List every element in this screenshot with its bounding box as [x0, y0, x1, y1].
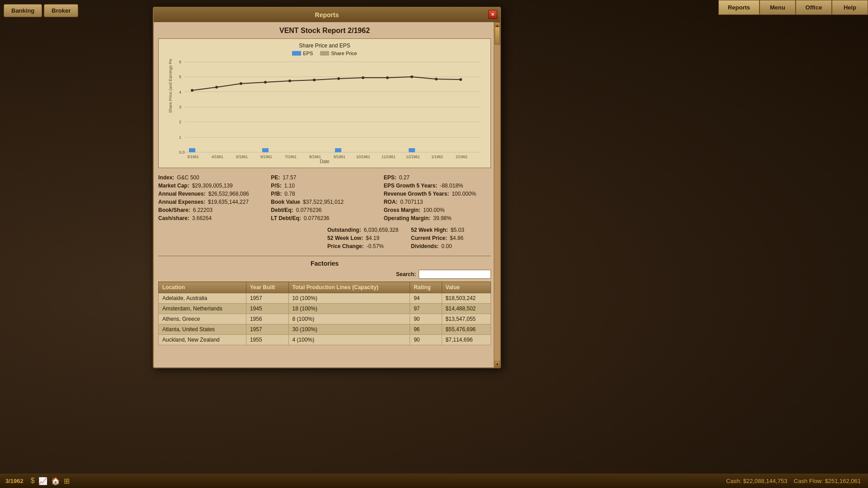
table-row[interactable]: Atlanta, United States 1957 30 (100%) 96… [159, 324, 491, 335]
book-share-value: 6.22203 [193, 207, 212, 213]
stat-lt-debt-eq: LT Debt/Eq: 0.0776236 [271, 214, 378, 222]
svg-text:1/1962: 1/1962 [431, 155, 443, 158]
table-row[interactable]: Adelaide, Australia 1957 10 (100%) 94 $1… [159, 293, 491, 304]
dividends-label: Dividends: [411, 243, 439, 249]
grid-icon[interactable]: ⊞ [64, 477, 70, 485]
table-row[interactable]: Athens, Greece 1956 8 (100%) 90 $13,547,… [159, 314, 491, 324]
book-share-label: Book/Share: [158, 207, 190, 213]
svg-text:3/1961: 3/1961 [187, 155, 199, 158]
svg-text:6/1961: 6/1961 [260, 155, 272, 158]
stat-op-margin: Operating Margin: 39.98% [384, 214, 491, 222]
chart-icon[interactable]: 📈 [38, 477, 47, 485]
office-nav-button[interactable]: Office [796, 0, 832, 15]
index-label: Index: [158, 174, 174, 181]
cell-lines: 10 (100%) [288, 293, 410, 304]
search-row: Search: [158, 270, 491, 279]
cash-share-value: 3.66264 [192, 215, 212, 221]
col-value: Value [442, 282, 491, 293]
svg-text:5/1961: 5/1961 [236, 155, 248, 158]
cell-location: Atlanta, United States [159, 324, 246, 335]
price-line [192, 77, 461, 90]
stat-week52-low: 52 Week Low: $4.19 [327, 234, 407, 242]
svg-text:12/1961: 12/1961 [406, 155, 420, 158]
broker-button[interactable]: Broker [44, 4, 78, 17]
outstanding-value: 6,030,659,328 [364, 227, 399, 233]
legend-price-box [320, 51, 329, 56]
price-change-value: -0.57% [367, 243, 384, 249]
stats-col1: Index: G&C 500 Market Cap: $29,309,005,1… [158, 174, 265, 222]
dividends-value: 0.00 [441, 243, 452, 249]
reports-nav-button[interactable]: Reports [718, 0, 760, 15]
table-row[interactable]: Auckland, New Zealand 1955 4 (100%) 90 $… [159, 335, 491, 345]
cell-value: $13,547,055 [442, 314, 491, 324]
annual-rev-value: $26,532,968,086 [208, 191, 249, 197]
price-dot-8 [386, 76, 389, 79]
svg-text:4: 4 [179, 90, 181, 94]
stat-eps: EPS: 0.27 [384, 174, 491, 182]
stats-col2: PE: 17.57 P/S: 1.10 P/B: 0.78 Book Value… [271, 174, 378, 222]
table-row[interactable]: Amsterdam, Netherlands 1945 18 (100%) 97… [159, 304, 491, 314]
week52-low-label: 52 Week Low: [327, 235, 363, 241]
top-nav-right: Reports Menu Office Help [718, 0, 868, 15]
svg-text:0.0: 0.0 [179, 150, 185, 155]
cash-label: Cash: $22,088,144,753 [726, 478, 787, 484]
current-price-value: $4.86 [450, 235, 463, 241]
top-nav-left: Banking Broker [0, 1, 82, 20]
dollar-icon[interactable]: $ [31, 477, 35, 485]
cell-year-built: 1955 [246, 335, 288, 345]
price-dot-2 [240, 82, 242, 85]
scrollbar-thumb[interactable] [495, 27, 500, 45]
menu-nav-button[interactable]: Menu [760, 0, 796, 15]
bottom-icons: $ 📈 🏠 ⊞ [31, 477, 70, 485]
stat-eps-growth: EPS Growth 5 Years: -88.018% [384, 182, 491, 190]
stat-pb: P/B: 0.78 [271, 190, 378, 198]
banking-button[interactable]: Banking [4, 4, 42, 17]
chart-x-label: Date [162, 159, 487, 164]
svg-text:9/1961: 9/1961 [334, 155, 345, 158]
stats-col4 [158, 226, 322, 250]
current-price-label: Current Price: [411, 235, 447, 241]
price-dot-0 [191, 89, 193, 92]
cell-rating: 97 [410, 304, 442, 314]
cell-rating: 96 [410, 324, 442, 335]
scrollbar-arrow-down[interactable]: ▼ [495, 361, 500, 367]
stat-rev-growth: Revenue Growth 5 Years: 100.000% [384, 190, 491, 198]
stat-annual-rev: Annual Revenues: $26,532,968,086 [158, 190, 265, 198]
stat-week52-high: 52 Week High: $5.03 [411, 226, 491, 234]
svg-text:7/1961: 7/1961 [285, 155, 297, 158]
top-nav: Banking Broker Reports Menu Office Help [0, 0, 868, 21]
week52-high-label: 52 Week High: [411, 227, 448, 233]
lt-debt-eq-value: 0.0776236 [304, 215, 330, 221]
cashflow-label: Cash Flow: $251,162,061 [794, 478, 861, 484]
gross-margin-value: 100.00% [423, 207, 444, 213]
price-dot-3 [264, 81, 267, 84]
outstanding-label: Outstanding: [327, 227, 361, 233]
ps-label: P/S: [271, 183, 281, 189]
cell-location: Amsterdam, Netherlands [159, 304, 246, 314]
stat-annual-exp: Annual Expenses: $19,635,144,227 [158, 198, 265, 206]
cash-share-label: Cash/share: [158, 215, 189, 221]
window-content: VENT Stock Report 2/1962 Share Price and… [154, 22, 500, 367]
cell-value: $18,503,242 [442, 293, 491, 304]
index-value: G&C 500 [177, 174, 199, 181]
cell-lines: 18 (100%) [288, 304, 410, 314]
annual-exp-value: $19,635,144,227 [208, 199, 249, 205]
cell-location: Auckland, New Zealand [159, 335, 246, 345]
legend-eps-box [292, 51, 301, 56]
home-icon[interactable]: 🏠 [51, 477, 60, 485]
cell-year-built: 1956 [246, 314, 288, 324]
price-dot-6 [337, 77, 340, 80]
stat-pe: PE: 17.57 [271, 174, 378, 182]
roa-label: ROA: [384, 199, 398, 205]
price-dot-10 [435, 78, 438, 80]
help-nav-button[interactable]: Help [832, 0, 868, 15]
cell-rating: 90 [410, 335, 442, 345]
svg-text:4/1961: 4/1961 [212, 155, 223, 158]
debt-eq-label: Debt/Eq: [271, 207, 293, 213]
stats-col5: Outstanding: 6,030,659,328 52 Week High:… [327, 226, 491, 250]
factories-section: Factories Search: Location Year Built To… [158, 256, 491, 345]
factory-table: Location Year Built Total Production Lin… [158, 282, 491, 345]
window-scrollbar[interactable]: ▲ ▼ [494, 22, 500, 367]
stat-dividends: Dividends: 0.00 [411, 242, 491, 250]
search-input[interactable] [419, 270, 491, 279]
